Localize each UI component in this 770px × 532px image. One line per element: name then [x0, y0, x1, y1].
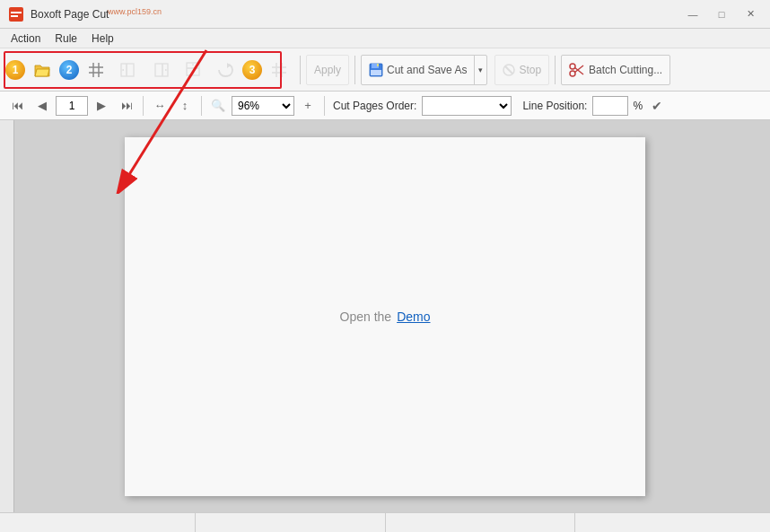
page-canvas: Open the Demo [125, 137, 645, 496]
window-controls: — □ ✕ [680, 5, 763, 23]
svg-rect-2 [11, 15, 18, 17]
svg-rect-24 [371, 70, 381, 75]
svg-line-26 [505, 66, 512, 74]
scissors-icon [569, 62, 585, 78]
stop-icon [503, 64, 515, 76]
menu-action[interactable]: Action [4, 31, 48, 47]
demo-link[interactable]: Demo [397, 310, 430, 324]
stop-button[interactable]: Stop [494, 55, 549, 85]
zoom-select[interactable]: 96% 50% 75% 100% 125% 150% [232, 96, 294, 116]
line-pos-label: Line Position: [522, 100, 587, 112]
line-pos-unit: % [633, 100, 643, 112]
svg-marker-16 [227, 63, 231, 68]
badge-3: 3 [242, 60, 262, 80]
cut-save-dropdown[interactable]: ▾ [475, 56, 486, 84]
zoom-in-button[interactable]: + [296, 94, 319, 118]
hash-icon [270, 61, 288, 79]
status-section-1 [5, 513, 196, 532]
line-pos-input[interactable] [592, 96, 628, 116]
minimize-button[interactable]: — [680, 5, 705, 23]
app-title: Boxoft Page Cut [31, 8, 109, 21]
svg-rect-1 [11, 12, 22, 13]
nav-sep-3 [324, 96, 325, 116]
prev-page-button[interactable]: ◀ [31, 94, 54, 118]
watermark: www.pcl159.cn [108, 7, 162, 16]
main-toolbar: 1 2 [0, 48, 770, 92]
nav-sep-1 [143, 96, 144, 116]
nav-sep-2 [201, 96, 202, 116]
maximize-button[interactable]: □ [709, 5, 734, 23]
status-bar [0, 512, 770, 532]
close-button[interactable]: ✕ [738, 5, 763, 23]
save-icon [369, 63, 383, 77]
batch-cutting-button[interactable]: Batch Cutting... [561, 55, 670, 85]
status-section-3 [386, 513, 576, 532]
open-folder-icon [33, 61, 51, 79]
cut-top-button[interactable] [178, 55, 208, 85]
title-bar: Boxoft Page Cut www.pcl159.cn — □ ✕ [0, 0, 770, 29]
menu-rule[interactable]: Rule [48, 31, 84, 47]
toolbar-sep-1 [300, 56, 301, 84]
cut-right-icon [152, 61, 170, 79]
page-number-input[interactable] [56, 96, 88, 116]
menu-help[interactable]: Help [84, 31, 121, 47]
hint-text: Open the [340, 310, 392, 324]
cut-pages-label: Cut Pages Order: [333, 100, 416, 112]
app-icon [7, 5, 25, 23]
fit-height-button[interactable]: ↕ [173, 94, 197, 118]
grid-button[interactable] [81, 55, 111, 85]
cut-save-button[interactable]: Cut and Save As ▾ [361, 55, 487, 85]
cut-pages-select[interactable] [422, 96, 512, 116]
svg-rect-0 [9, 7, 23, 22]
apply-button[interactable]: Apply [306, 55, 349, 85]
zoom-out-button[interactable]: 🔍 [206, 94, 230, 118]
cut-top-icon [184, 61, 202, 79]
svg-point-27 [570, 71, 575, 76]
nav-bar: ⏮ ◀ ▶ ⏭ ↔ ↕ 🔍 96% 50% 75% 100% 125% 150%… [0, 92, 770, 120]
cut-left-button[interactable] [113, 55, 144, 85]
apply-label: Apply [314, 64, 341, 76]
left-ruler [0, 120, 14, 512]
fit-width-button[interactable]: ↔ [148, 94, 171, 118]
menu-bar: Action Rule Help [0, 29, 770, 48]
line-pos-confirm-button[interactable]: ✔ [647, 96, 667, 116]
redo-button[interactable] [210, 55, 241, 85]
main-content: Open the Demo [0, 120, 770, 512]
first-page-button[interactable]: ⏮ [5, 94, 29, 118]
badge-2: 2 [59, 60, 79, 80]
cut-right-button[interactable] [145, 55, 176, 85]
last-page-button[interactable]: ⏭ [115, 94, 138, 118]
batch-label: Batch Cutting... [589, 64, 662, 76]
redo-icon [216, 61, 234, 79]
status-section-2 [196, 513, 386, 532]
svg-point-28 [570, 64, 575, 69]
cut-save-label: Cut and Save As [387, 64, 467, 76]
page-hint: Open the Demo [340, 310, 431, 324]
svg-rect-23 [377, 64, 379, 66]
toolbar-sep-2 [354, 56, 355, 84]
stop-label: Stop [519, 64, 541, 76]
open-file-button[interactable] [27, 55, 57, 85]
cut-left-icon [119, 61, 137, 79]
status-section-4 [575, 513, 765, 532]
cut-save-main[interactable]: Cut and Save As [362, 56, 475, 84]
toolbar-sep-3 [555, 56, 556, 84]
badge-1: 1 [5, 60, 25, 80]
hash-button[interactable] [264, 55, 294, 85]
next-page-button[interactable]: ▶ [90, 94, 113, 118]
grid-icon [87, 61, 105, 79]
